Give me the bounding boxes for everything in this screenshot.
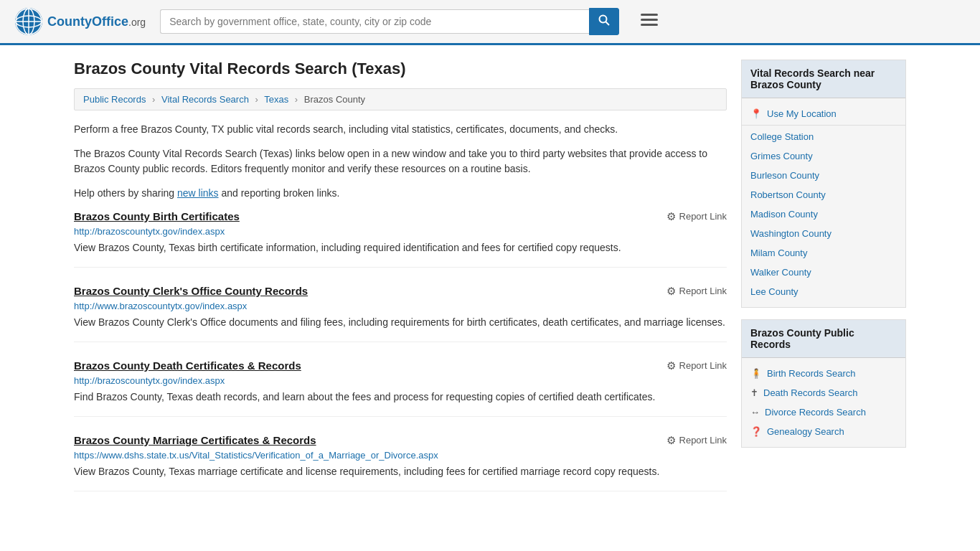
hamburger-icon: [641, 14, 658, 27]
record-entry-1: Brazos County Clerk's Office County Reco…: [74, 285, 727, 342]
record-entry-2: Brazos County Death Certificates & Recor…: [74, 359, 727, 417]
record-title-3[interactable]: Brazos County Marriage Certificates & Re…: [74, 434, 316, 446]
sidebar-item-milam[interactable]: Milam County: [742, 243, 905, 263]
sidebar-use-location-link[interactable]: Use My Location: [767, 108, 837, 119]
divorce-icon: ↔: [750, 407, 760, 418]
new-links-link[interactable]: new links: [177, 187, 219, 199]
sidebar-public-records-links: 🧍 Birth Records Search ✝ Death Records S…: [742, 358, 905, 447]
breadcrumb-current: Brazos County: [304, 94, 365, 105]
sidebar-item-location[interactable]: 📍 Use My Location: [742, 104, 905, 123]
report-icon-3: ⚙: [666, 434, 676, 447]
location-icon: 📍: [750, 108, 762, 119]
sidebar-lee-link[interactable]: Lee County: [750, 286, 798, 297]
records-list: Brazos County Birth Certificates ⚙ Repor…: [74, 210, 727, 491]
main-content: Brazos County Vital Records Search (Texa…: [74, 60, 727, 509]
sidebar-item-lee[interactable]: Lee County: [742, 282, 905, 301]
sidebar-item-walker[interactable]: Walker County: [742, 263, 905, 282]
sidebar-item-college-station[interactable]: College Station: [742, 127, 905, 146]
genealogy-icon: ❓: [750, 426, 762, 437]
sidebar-grimes-link[interactable]: Grimes County: [750, 151, 813, 161]
record-url-1[interactable]: http://www.brazoscountytx.gov/index.aspx: [74, 301, 727, 311]
breadcrumb-public-records[interactable]: Public Records: [83, 94, 146, 105]
record-url-3[interactable]: https://www.dshs.state.tx.us/Vital_Stati…: [74, 450, 727, 461]
sidebar-nearby-heading: Vital Records Search near Brazos County: [742, 60, 905, 98]
sidebar-nearby-links: 📍 Use My Location College Station Grimes…: [742, 98, 905, 307]
svg-rect-8: [641, 14, 658, 16]
record-entry-3: Brazos County Marriage Certificates & Re…: [74, 434, 727, 491]
logo-text: CountyOffice.org: [47, 14, 146, 29]
record-desc-1: View Brazos County Clerk's Office docume…: [74, 315, 727, 330]
sidebar-milam-link[interactable]: Milam County: [750, 248, 807, 258]
sidebar-item-burleson[interactable]: Burleson County: [742, 166, 905, 185]
content-wrapper: Brazos County Vital Records Search (Texa…: [60, 45, 920, 523]
record-header-2: Brazos County Death Certificates & Recor…: [74, 359, 727, 372]
sidebar-burleson-link[interactable]: Burleson County: [750, 170, 819, 181]
record-desc-3: View Brazos County, Texas marriage certi…: [74, 464, 727, 479]
sidebar-walker-link[interactable]: Walker County: [750, 267, 811, 278]
logo-area: CountyOffice.org: [14, 7, 146, 36]
report-icon-0: ⚙: [666, 210, 676, 223]
breadcrumb-vital-records[interactable]: Vital Records Search: [161, 94, 249, 105]
sidebar-item-grimes[interactable]: Grimes County: [742, 146, 905, 166]
svg-rect-9: [641, 19, 658, 21]
menu-button[interactable]: [641, 12, 658, 31]
report-label-0: Report Link: [679, 211, 727, 222]
bc-sep-2: ›: [255, 94, 258, 105]
svg-line-7: [606, 22, 610, 26]
report-link-3[interactable]: ⚙ Report Link: [666, 434, 727, 447]
record-desc-0: View Brazos County, Texas birth certific…: [74, 240, 727, 255]
search-input[interactable]: [160, 9, 589, 34]
report-link-0[interactable]: ⚙ Report Link: [666, 210, 727, 223]
search-button[interactable]: [589, 8, 619, 35]
sidebar-robertson-link[interactable]: Robertson County: [750, 189, 826, 200]
logo-icon: [14, 7, 43, 36]
birth-icon: 🧍: [750, 368, 762, 379]
record-title-0[interactable]: Brazos County Birth Certificates: [74, 210, 240, 222]
record-entry-0: Brazos County Birth Certificates ⚙ Repor…: [74, 210, 727, 268]
record-url-0[interactable]: http://brazoscountytx.gov/index.aspx: [74, 226, 727, 237]
death-icon: ✝: [750, 387, 758, 398]
header: CountyOffice.org: [0, 0, 980, 45]
sidebar-washington-link[interactable]: Washington County: [750, 228, 831, 239]
sidebar-public-records-section: Brazos County Public Records 🧍 Birth Rec…: [741, 319, 906, 448]
breadcrumb: Public Records › Vital Records Search › …: [74, 88, 727, 110]
record-url-2[interactable]: http://brazoscountytx.gov/index.aspx: [74, 375, 727, 386]
svg-rect-10: [641, 24, 658, 26]
sidebar-item-divorce-records[interactable]: ↔ Divorce Records Search: [742, 402, 905, 422]
record-title-1[interactable]: Brazos County Clerk's Office County Reco…: [74, 285, 308, 297]
sidebar-college-station-link[interactable]: College Station: [750, 131, 814, 142]
sidebar-death-records-link[interactable]: Death Records Search: [763, 387, 858, 398]
sidebar-item-madison[interactable]: Madison County: [742, 204, 905, 224]
record-header-0: Brazos County Birth Certificates ⚙ Repor…: [74, 210, 727, 223]
sidebar-item-death-records[interactable]: ✝ Death Records Search: [742, 383, 905, 402]
report-label-2: Report Link: [679, 360, 727, 371]
sidebar-birth-records-link[interactable]: Birth Records Search: [767, 368, 856, 379]
desc-2: The Brazos County Vital Records Search (…: [74, 146, 727, 177]
breadcrumb-texas[interactable]: Texas: [264, 94, 288, 105]
sidebar-genealogy-link[interactable]: Genealogy Search: [767, 426, 844, 437]
sidebar-divider-0: [742, 125, 905, 126]
report-link-2[interactable]: ⚙ Report Link: [666, 359, 727, 372]
report-icon-1: ⚙: [666, 285, 676, 298]
sidebar-divorce-records-link[interactable]: Divorce Records Search: [765, 407, 866, 418]
sidebar: Vital Records Search near Brazos County …: [741, 60, 906, 509]
search-icon: [598, 14, 610, 26]
desc-1: Perform a free Brazos County, TX public …: [74, 122, 727, 138]
sidebar-nearby-section: Vital Records Search near Brazos County …: [741, 60, 906, 308]
sidebar-item-genealogy[interactable]: ❓ Genealogy Search: [742, 422, 905, 441]
page-title: Brazos County Vital Records Search (Texa…: [74, 60, 727, 78]
record-title-2[interactable]: Brazos County Death Certificates & Recor…: [74, 359, 301, 372]
sidebar-item-birth-records[interactable]: 🧍 Birth Records Search: [742, 364, 905, 383]
report-icon-2: ⚙: [666, 359, 676, 372]
sidebar-item-robertson[interactable]: Robertson County: [742, 185, 905, 204]
report-label-1: Report Link: [679, 286, 727, 296]
desc-3: Help others by sharing new links and rep…: [74, 186, 727, 202]
record-desc-2: Find Brazos County, Texas death records,…: [74, 390, 727, 405]
record-header-1: Brazos County Clerk's Office County Reco…: [74, 285, 727, 298]
report-label-3: Report Link: [679, 435, 727, 446]
sidebar-public-records-heading: Brazos County Public Records: [742, 320, 905, 358]
report-link-1[interactable]: ⚙ Report Link: [666, 285, 727, 298]
sidebar-item-washington[interactable]: Washington County: [742, 224, 905, 243]
search-area: [160, 8, 619, 35]
sidebar-madison-link[interactable]: Madison County: [750, 209, 818, 220]
